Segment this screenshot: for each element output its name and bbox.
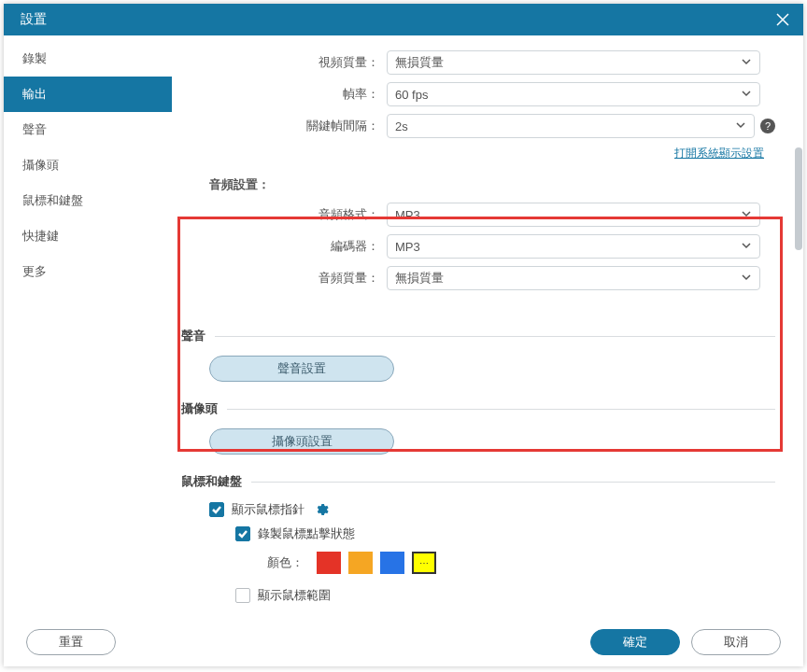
record-clicks-label: 錄製鼠標點擊狀態 [258, 525, 355, 542]
select-value: 無損質量 [395, 270, 444, 287]
chevron-down-icon [741, 88, 752, 102]
record-clicks-checkbox[interactable] [235, 526, 250, 541]
video-quality-select[interactable]: 無損質量 [387, 50, 760, 75]
button-label: 取消 [724, 634, 748, 651]
sidebar: 錄製 輸出 聲音 攝像頭 鼠標和鍵盤 快捷鍵 更多 [4, 35, 172, 618]
audio-encoder-select[interactable]: MP3 [387, 234, 760, 259]
sound-section-heading: 聲音 [181, 328, 215, 344]
ok-button[interactable]: 確定 [590, 629, 680, 655]
close-button[interactable] [773, 10, 792, 29]
titlebar: 設置 [4, 4, 803, 35]
color-swatch-blue[interactable] [380, 552, 404, 574]
gear-icon [314, 502, 329, 517]
select-value: MP3 [395, 240, 420, 254]
show-pointer-label: 顯示鼠標指針 [232, 501, 304, 518]
sound-settings-button[interactable]: 聲音設置 [209, 356, 394, 382]
camera-settings-button[interactable]: 攝像頭設置 [209, 428, 394, 455]
chevron-down-icon [735, 119, 746, 133]
sidebar-item-camera[interactable]: 攝像頭 [4, 147, 172, 183]
divider [227, 409, 775, 410]
keyframe-label: 關鍵幀間隔： [181, 118, 387, 134]
scrollbar[interactable] [794, 35, 803, 618]
audio-format-label: 音頻格式： [181, 206, 387, 223]
window-title: 設置 [21, 11, 47, 28]
chevron-down-icon [741, 208, 752, 222]
more-label: ⋯ [419, 558, 430, 568]
help-icon[interactable]: ? [760, 119, 775, 133]
divider [215, 336, 775, 337]
video-quality-label: 視頻質量： [181, 54, 387, 71]
select-value: 2s [395, 119, 408, 133]
color-swatch-orange[interactable] [348, 552, 373, 574]
fps-select[interactable]: 60 fps [387, 82, 760, 106]
divider [251, 482, 775, 483]
sidebar-item-label: 更多 [22, 263, 47, 280]
audio-format-select[interactable]: MP3 [387, 203, 760, 227]
select-value: MP3 [395, 208, 420, 222]
sidebar-item-label: 輸出 [22, 86, 47, 103]
sidebar-item-label: 快捷鍵 [22, 228, 59, 245]
color-swatch-more[interactable]: ⋯ [412, 552, 436, 574]
sidebar-item-label: 聲音 [22, 121, 47, 138]
sidebar-item-label: 錄製 [22, 50, 47, 67]
mouse-section-heading: 鼠標和鍵盤 [181, 473, 251, 490]
audio-quality-label: 音頻質量： [181, 270, 387, 287]
chevron-down-icon [741, 272, 752, 286]
button-label: 攝像頭設置 [272, 433, 333, 450]
sidebar-item-label: 鼠標和鍵盤 [22, 192, 83, 209]
sidebar-item-label: 攝像頭 [22, 157, 59, 174]
fps-label: 幀率： [181, 86, 387, 103]
footer: 重置 確定 取消 [4, 618, 803, 666]
button-label: 確定 [623, 634, 647, 651]
display-settings-link[interactable]: 打開系統顯示設置 [674, 146, 764, 161]
audio-quality-select[interactable]: 無損質量 [387, 266, 760, 290]
camera-section-heading: 攝像頭 [181, 400, 227, 417]
sidebar-item-output[interactable]: 輸出 [4, 77, 172, 112]
cancel-button[interactable]: 取消 [691, 629, 781, 655]
button-label: 重置 [59, 634, 83, 651]
sidebar-item-sound[interactable]: 聲音 [4, 112, 172, 147]
close-icon [775, 12, 790, 27]
sidebar-item-hotkeys[interactable]: 快捷鍵 [4, 218, 172, 254]
color-swatch-red[interactable] [317, 552, 341, 574]
chevron-down-icon [741, 56, 752, 70]
select-value: 無損質量 [395, 54, 444, 71]
scroll-thumb[interactable] [795, 147, 802, 250]
audio-settings-heading: 音頻設置： [209, 176, 775, 193]
chevron-down-icon [741, 240, 752, 254]
show-range-label: 顯示鼠標範圍 [258, 587, 331, 604]
sidebar-item-mouse-keyboard[interactable]: 鼠標和鍵盤 [4, 183, 172, 218]
sidebar-item-record[interactable]: 錄製 [4, 41, 172, 77]
pointer-settings-gear[interactable] [314, 502, 329, 517]
select-value: 60 fps [395, 88, 428, 102]
show-pointer-checkbox[interactable] [209, 502, 224, 517]
color-label: 顏色： [267, 554, 304, 571]
keyframe-select[interactable]: 2s [387, 114, 755, 138]
sidebar-item-more[interactable]: 更多 [4, 254, 172, 289]
content-pane: 視頻質量： 無損質量 幀率： 60 fps 關鍵幀間隔： [172, 35, 803, 618]
reset-button[interactable]: 重置 [26, 629, 116, 655]
button-label: 聲音設置 [277, 360, 326, 377]
show-range-checkbox[interactable] [235, 588, 250, 603]
audio-encoder-label: 編碼器： [181, 238, 387, 255]
